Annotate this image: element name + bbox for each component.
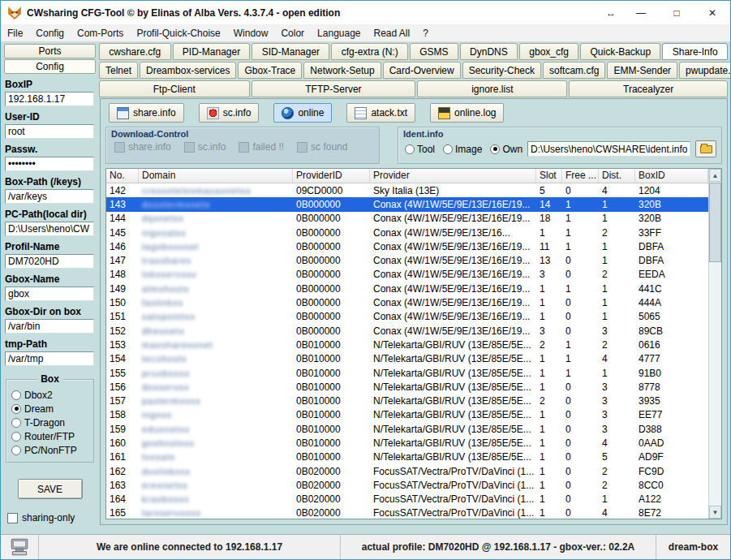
table-row-145[interactable]: 145nigxsatxx0B000000Conax (4W/1W/5E/9E/1…: [106, 226, 708, 239]
table-row-142[interactable]: 142cresxxtelexmaxaxnetxx09CD0000Sky Ital…: [106, 183, 708, 197]
box-option-pc-nonftp[interactable]: PC/NonFTP: [11, 443, 90, 457]
table-row-163[interactable]: 163erexnetxx0B020000FocusSAT/Vectra/ProT…: [106, 478, 708, 492]
table-row-154[interactable]: 154tecxhostx0B010000N/Telekarta/GBI/RUV …: [106, 352, 708, 366]
pc-path-input[interactable]: [5, 222, 94, 236]
table-row-148[interactable]: 148lokxservxxx0B000000Conax (4W/1W/5E/9E…: [106, 268, 708, 282]
close-button[interactable]: ✕: [694, 1, 730, 24]
menu-item-[interactable]: ?: [416, 25, 435, 41]
menu-item-window[interactable]: Window: [227, 25, 275, 41]
table-row-160[interactable]: 160goxhostxxx0B010000N/Telekarta/GBI/RUV…: [106, 436, 708, 450]
save-button[interactable]: SAVE: [18, 479, 83, 499]
table-row-157[interactable]: 157paxtermxxxx0B010000N/Telekarta/GBI/RU…: [106, 394, 708, 407]
tab-quick-backup[interactable]: Quick-Backup: [580, 43, 660, 60]
table-row-143[interactable]: 143dosxtermxnetx0B000000Conax (4W/1W/5E/…: [106, 197, 708, 211]
table-row-151[interactable]: 151satxpointxx0B000000Conax (4W/1W/5E/9E…: [106, 310, 708, 324]
tab-emm-sender[interactable]: EMM-Sender: [607, 62, 677, 79]
toolbar-button-share-info[interactable]: share.info: [109, 103, 184, 123]
tab-cfg-extra-n[interactable]: cfg-extra (N:): [331, 43, 408, 60]
table-row-158[interactable]: 158nigxxx0B010000N/Telekarta/GBI/RUV (13…: [106, 408, 708, 422]
scroll-up-button[interactable]: ▲: [709, 169, 721, 182]
tab-gsms[interactable]: GSMS: [410, 43, 458, 60]
toolbar-button-online-log[interactable]: online.log: [430, 103, 504, 123]
scroll-down-button[interactable]: ▼: [709, 506, 721, 519]
table-row-147[interactable]: 147traxsharex0B000000Conax (4W/1W/5E/9E/…: [106, 253, 708, 267]
toolbar-button-online[interactable]: online: [273, 103, 332, 123]
toolbar-button-atack-txt[interactable]: atack.txt: [346, 103, 415, 123]
box-option-dbox2[interactable]: Dbox2: [11, 388, 90, 402]
cell-slot: 1: [536, 424, 562, 435]
table-row-156[interactable]: 156doxservxx0B010000N/Telekarta/GBI/RUV …: [106, 380, 708, 394]
tab-sid-manager[interactable]: SID-Manager: [252, 43, 329, 60]
tab-tracealyzer[interactable]: Tracealyzer: [569, 80, 728, 97]
sidebar-tab-config[interactable]: Config: [4, 59, 96, 74]
password-input[interactable]: [5, 157, 94, 171]
tab-card-overview[interactable]: Card-Overview: [383, 62, 461, 79]
menu-item-color[interactable]: Color: [274, 25, 311, 41]
tab-gbox-cfg[interactable]: gbox_cfg: [519, 43, 578, 60]
sidebar-tab-ports[interactable]: Ports: [4, 44, 96, 58]
table-row-152[interactable]: 152dhexnetx0B000000Conax (4W/1W/5E/9E/13…: [106, 324, 708, 338]
menu-item-read-all[interactable]: Read All: [368, 25, 417, 41]
menu-item-profil-quick-choise[interactable]: Profil-Quick-Choise: [130, 25, 226, 41]
table-row-165[interactable]: 165tarxservxxxx0B020000FocusSAT/Vectra/P…: [106, 506, 708, 519]
ident-path-input[interactable]: [527, 141, 690, 157]
column-header-boxid[interactable]: BoxID: [635, 169, 708, 183]
sharing-only-checkbox[interactable]: [7, 513, 18, 523]
tab-gbox-trace[interactable]: Gbox-Trace: [238, 62, 302, 79]
tab-share-info[interactable]: Share-Info: [662, 43, 728, 60]
cell-providerid: 0B000000: [293, 283, 370, 295]
tab-security-check[interactable]: Security-Check: [462, 62, 541, 79]
tab-pid-manager[interactable]: PID-Manager: [173, 43, 251, 60]
minimize-button[interactable]: —: [623, 1, 659, 24]
column-header-providerid[interactable]: ProviderID: [293, 169, 370, 183]
table-row-153[interactable]: 153maxsharexxnet0B010000N/Telekarta/GBI/…: [106, 338, 708, 351]
ident-option-tool[interactable]: Tool: [405, 142, 435, 156]
box-option-router-ftp[interactable]: Router/FTP: [11, 429, 90, 443]
tab-dyndns[interactable]: DynDNS: [460, 43, 518, 60]
table-row-150[interactable]: 150faxlinkxx0B000000Conax (4W/1W/5E/9E/1…: [106, 295, 708, 309]
scrollbar-thumb[interactable]: [709, 183, 721, 262]
tab-telnet[interactable]: Telnet: [99, 62, 138, 79]
menu-item-file[interactable]: File: [1, 25, 29, 41]
box-path-input[interactable]: [5, 189, 94, 204]
table-row-149[interactable]: 149almxhostx0B000000Conax (4W/1W/5E/9E/1…: [106, 282, 708, 295]
table-row-159[interactable]: 159eduxnetxx0B010000N/Telekarta/GBI/RUV …: [106, 422, 708, 436]
menu-item-com-ports[interactable]: Com-Ports: [71, 25, 130, 41]
table-row-155[interactable]: 155pruxboxxx0B010000N/Telekarta/GBI/RUV …: [106, 366, 708, 380]
menu-item-language[interactable]: Language: [311, 25, 367, 41]
tab-softcam-cfg[interactable]: softcam.cfg: [543, 62, 605, 79]
tab-dreambox-services[interactable]: Dreambox-services: [140, 62, 236, 79]
box-option-t-dragon[interactable]: T-Dragon: [11, 416, 90, 429]
tab-ftp-client[interactable]: Ftp-Client: [99, 80, 250, 97]
boxip-input[interactable]: [5, 92, 94, 106]
toolbar-button-sc-info[interactable]: sc.info: [199, 103, 260, 123]
tab-network-setup[interactable]: Network-Setup: [303, 62, 381, 79]
ident-option-own[interactable]: Own: [490, 142, 522, 156]
tab-tftp-server[interactable]: TFTP-Server: [252, 80, 416, 97]
profil-name-input[interactable]: [5, 254, 94, 269]
tmp-path-input[interactable]: [5, 351, 94, 366]
box-option-dream[interactable]: Dream: [11, 402, 90, 416]
table-row-164[interactable]: 164kraxboxxx0B020000FocusSAT/Vectra/ProT…: [106, 493, 708, 506]
user-id-input[interactable]: [5, 124, 94, 139]
tab-cwshare-cfg[interactable]: cwshare.cfg: [99, 43, 171, 60]
table-row-146[interactable]: 146tagxboxxnet0B000000Conax (4W/1W/5E/9E…: [106, 239, 708, 253]
table-row-162[interactable]: 162dvxlinkxxx0B020000FocusSAT/Vectra/Pro…: [106, 464, 708, 478]
menu-item-config[interactable]: Config: [29, 25, 71, 41]
browse-folder-button[interactable]: [695, 140, 716, 157]
table-row-144[interactable]: 144dqxnetxx0B000000Conax (4W/1W/5E/9E/13…: [106, 212, 708, 226]
gbox-dir-input[interactable]: [5, 319, 94, 334]
column-header-dist[interactable]: Dist.: [599, 169, 635, 183]
column-header-free[interactable]: Free ...: [562, 169, 599, 183]
tab-pwupdate-log[interactable]: pwupdate.log: [679, 62, 731, 79]
gbox-name-input[interactable]: [5, 286, 94, 301]
column-header-provider[interactable]: Provider: [370, 169, 536, 183]
column-header-no[interactable]: No.: [106, 169, 139, 183]
table-row-161[interactable]: 161tvxsatx0B010000N/Telekarta/GBI/RUV (1…: [106, 450, 708, 464]
tab-ignore-list[interactable]: ignore.list: [417, 80, 567, 97]
column-header-slot[interactable]: Slot: [536, 169, 562, 183]
ident-option-image[interactable]: Image: [443, 142, 482, 156]
column-header-domain[interactable]: Domain: [139, 169, 293, 183]
maximize-button[interactable]: □: [659, 1, 694, 24]
vertical-scrollbar[interactable]: ▲ ▼: [708, 169, 721, 519]
